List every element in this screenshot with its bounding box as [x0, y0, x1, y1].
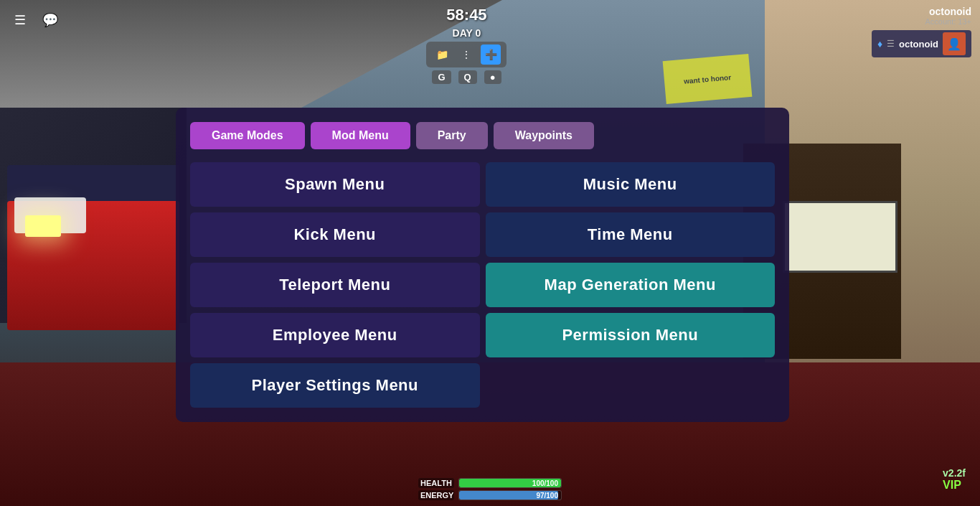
- tab-bar: Game Modes Mod Menu Party Waypoints: [190, 122, 775, 149]
- tab-game-modes[interactable]: Game Modes: [190, 122, 305, 149]
- dots-icon[interactable]: ⋮: [456, 44, 476, 65]
- health-bar: 100/100: [458, 478, 562, 488]
- add-icon[interactable]: ➕: [481, 44, 501, 65]
- chat-icon[interactable]: 💬: [39, 9, 62, 32]
- bg-lamp: [25, 215, 61, 237]
- health-bar-row: HEALTH 100/100: [418, 478, 562, 488]
- username-display: octonoid Account: 13+: [925, 6, 971, 26]
- menu-grid: Spawn Menu Music Menu Kick Menu Time Men…: [190, 162, 775, 408]
- folder-icon[interactable]: 📁: [432, 44, 452, 65]
- health-label: HEALTH: [418, 478, 454, 488]
- tab-mod-menu[interactable]: Mod Menu: [311, 122, 410, 149]
- profile-icon: ☰: [887, 39, 895, 49]
- kick-menu-button[interactable]: Kick Menu: [190, 212, 480, 257]
- employee-menu-button[interactable]: Employee Menu: [190, 313, 480, 357]
- energy-bar: 97/100: [458, 490, 562, 500]
- diamond-icon: ♦: [877, 38, 882, 50]
- user-bar-name: octonoid: [899, 39, 938, 50]
- top-right: octonoid Account: 13+ ♦ ☰ octonoid 👤: [872, 6, 971, 57]
- energy-value: 97/100: [536, 491, 558, 500]
- username-text: octonoid: [925, 6, 971, 17]
- tab-waypoints[interactable]: Waypoints: [494, 122, 594, 149]
- player-settings-menu-button[interactable]: Player Settings Menu: [190, 363, 480, 408]
- top-center: 58:45 DAY 0 📁 ⋮ ➕ G Q ●: [426, 6, 507, 84]
- permission-menu-button[interactable]: Permission Menu: [486, 313, 776, 357]
- top-bar: ☰ 💬 58:45 DAY 0 📁 ⋮ ➕ G Q ● octonoid Acc…: [0, 0, 980, 86]
- health-value: 100/100: [532, 479, 558, 488]
- music-menu-button[interactable]: Music Menu: [486, 162, 776, 207]
- toolbar: 📁 ⋮ ➕: [426, 42, 507, 67]
- tab-party[interactable]: Party: [416, 122, 488, 149]
- map-generation-menu-button[interactable]: Map Generation Menu: [486, 263, 776, 307]
- toolbar-keys: G Q ●: [432, 70, 501, 84]
- bottom-hud: HEALTH 100/100 ENERGY 97/100: [418, 478, 562, 500]
- timer-display: 58:45: [446, 6, 486, 24]
- avatar: 👤: [943, 32, 966, 55]
- version-text: v2.2f: [943, 467, 966, 479]
- key-q: Q: [458, 70, 477, 84]
- vip-badge: VIP: [943, 479, 966, 492]
- user-bar[interactable]: ♦ ☰ octonoid 👤: [872, 30, 971, 57]
- key-g: G: [432, 70, 451, 84]
- teleport-menu-button[interactable]: Teleport Menu: [190, 263, 480, 307]
- energy-label: ENERGY: [418, 490, 454, 500]
- key-dot: ●: [484, 70, 501, 84]
- version-badge: v2.2f VIP: [943, 467, 966, 492]
- top-left-icons: ☰ 💬: [9, 6, 62, 32]
- energy-bar-row: ENERGY 97/100: [418, 490, 562, 500]
- spawn-menu-button[interactable]: Spawn Menu: [190, 162, 480, 207]
- bg-tv-screen: [783, 201, 897, 273]
- menu-panel: Game Modes Mod Menu Party Waypoints Spaw…: [176, 108, 789, 422]
- account-label: Account: 13+: [925, 17, 971, 26]
- day-display: DAY 0: [453, 27, 481, 39]
- time-menu-button[interactable]: Time Menu: [486, 212, 776, 257]
- menu-icon[interactable]: ☰: [9, 9, 32, 32]
